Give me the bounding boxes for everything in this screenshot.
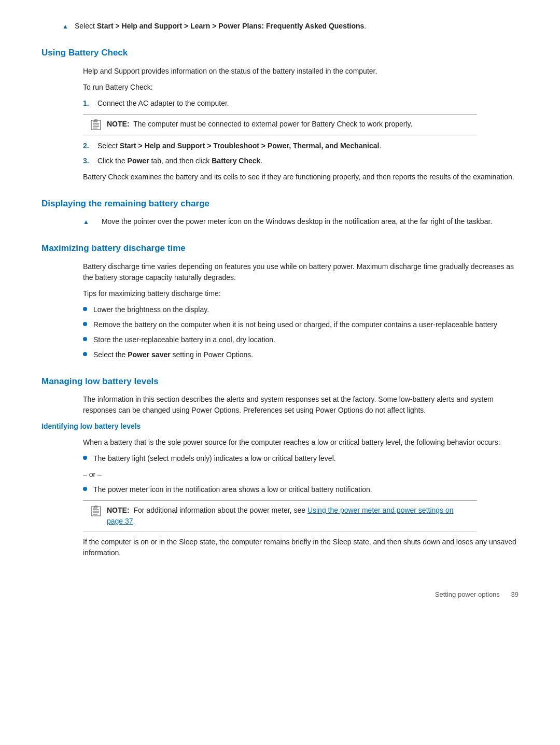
numbered-item-2-text: Select Start > Help and Support > Troubl…	[97, 140, 381, 151]
numbered-item-3: 3. Click the Power tab, and then click B…	[83, 156, 519, 166]
heading-managing-low-battery: Managing low battery levels	[41, 375, 519, 388]
note-label-1: NOTE:	[107, 120, 130, 128]
using-battery-check-closing: Battery Check examines the battery and i…	[41, 172, 519, 182]
note-icon	[90, 119, 102, 131]
heading-displaying-charge: Displaying the remaining battery charge	[41, 197, 519, 210]
identifying-para-1: When a battery that is the sole power so…	[41, 437, 519, 448]
note-text-low-battery: NOTE: For additional information about t…	[107, 505, 470, 527]
bullet-list-identifying-2: The power meter icon in the notification…	[41, 484, 519, 495]
bullet-text-max-1: Lower the brightness on the display.	[93, 304, 209, 315]
managing-para-1: The information in this section describe…	[41, 394, 519, 416]
bullet-text-id-1: The battery light (select models only) i…	[93, 453, 336, 464]
bullet-dot-2	[83, 322, 87, 326]
num-3: 3.	[83, 156, 97, 166]
svg-marker-14	[95, 506, 97, 508]
subsection-identifying-low-battery: Identifying low battery levels When a ba…	[41, 421, 519, 558]
bullet-item-id-1: The battery light (select models only) i…	[83, 453, 519, 464]
note-label-low-battery: NOTE:	[107, 506, 130, 514]
triangle-bullet-displaying: ▲ Move the pointer over the power meter …	[41, 216, 519, 227]
bullet-item-max-2: Remove the battery on the computer when …	[83, 319, 519, 330]
numbered-item-1-text: Connect the AC adapter to the computer.	[97, 98, 229, 109]
section-using-battery-check: Using Battery Check Help and Support pro…	[41, 46, 519, 182]
page-footer: Setting power options 39	[41, 589, 519, 600]
num-2: 2.	[83, 140, 97, 151]
triangle-icon-displaying: ▲	[83, 217, 89, 227]
bullet-dot-4	[83, 352, 87, 356]
bullet-text-id-2: The power meter icon in the notification…	[93, 484, 372, 495]
note-end-low-battery: .	[133, 517, 135, 525]
footer-right: 39	[511, 589, 519, 600]
bullet-item-max-3: Store the user-replaceable battery in a …	[83, 334, 519, 345]
or-line: – or –	[41, 469, 519, 480]
bullet-list-identifying-1: The battery light (select models only) i…	[41, 453, 519, 464]
bullet-text-max-3: Store the user-replaceable battery in a …	[93, 334, 275, 345]
bullet-item-id-2: The power meter icon in the notification…	[83, 484, 519, 495]
heading-identifying-low-battery: Identifying low battery levels	[41, 421, 519, 432]
note-svg-icon	[90, 119, 102, 131]
note-box-battery-check: NOTE: The computer must be connected to …	[83, 114, 477, 135]
triangle-item-text-displaying: Move the pointer over the power meter ic…	[102, 216, 492, 227]
note-box-low-battery: NOTE: For additional information about t…	[83, 500, 477, 531]
numbered-list-battery-check-2: 2. Select Start > Help and Support > Tro…	[41, 140, 519, 166]
note-body-1: The computer must be connected to extern…	[133, 120, 412, 128]
note-icon-low-battery	[90, 505, 102, 517]
top-bullet-text: Select Start > Help and Support > Learn …	[75, 21, 366, 32]
section-displaying-charge: Displaying the remaining battery charge …	[41, 197, 519, 228]
triangle-bullet-icon: ▲	[62, 22, 68, 31]
numbered-item-2: 2. Select Start > Help and Support > Tro…	[83, 140, 519, 151]
footer-left: Setting power options	[435, 589, 500, 600]
top-bullet-item: ▲ Select Start > Help and Support > Lear…	[41, 21, 519, 32]
bullet-text-max-2: Remove the battery on the computer when …	[93, 319, 497, 330]
heading-maximizing-discharge: Maximizing battery discharge time	[41, 242, 519, 255]
maximizing-para-1: Battery discharge time varies depending …	[41, 261, 519, 283]
bullet-dot-3	[83, 337, 87, 341]
maximizing-para-2: Tips for maximizing battery discharge ti…	[41, 288, 519, 299]
bullet-dot-id-2	[83, 487, 87, 491]
using-battery-check-para-2: To run Battery Check:	[41, 82, 519, 93]
note-text-1: NOTE: The computer must be connected to …	[107, 119, 412, 130]
page-content: ▲ Select Start > Help and Support > Lear…	[41, 21, 519, 600]
numbered-item-3-text: Click the Power tab, and then click Batt…	[97, 156, 262, 166]
bullet-dot-id-1	[83, 456, 87, 460]
bullet-text-max-4: Select the Power saver setting in Power …	[93, 349, 253, 360]
bullet-item-max-4: Select the Power saver setting in Power …	[83, 349, 519, 360]
svg-marker-6	[95, 120, 97, 122]
bullet-list-maximizing: Lower the brightness on the display. Rem…	[41, 304, 519, 360]
identifying-closing: If the computer is on or in the Sleep st…	[41, 537, 519, 558]
note-body-low-battery: For additional information about the pow…	[133, 506, 307, 514]
numbered-item-1: 1. Connect the AC adapter to the compute…	[83, 98, 519, 109]
num-1: 1.	[83, 98, 97, 109]
bullet-item-max-1: Lower the brightness on the display.	[83, 304, 519, 315]
section-managing-low-battery: Managing low battery levels The informat…	[41, 375, 519, 559]
section-maximizing-discharge: Maximizing battery discharge time Batter…	[41, 242, 519, 360]
note-svg-icon-2	[90, 505, 102, 517]
heading-using-battery-check: Using Battery Check	[41, 46, 519, 60]
numbered-list-battery-check: 1. Connect the AC adapter to the compute…	[41, 98, 519, 109]
using-battery-check-para-1: Help and Support provides information on…	[41, 66, 519, 77]
bullet-dot-1	[83, 307, 87, 311]
